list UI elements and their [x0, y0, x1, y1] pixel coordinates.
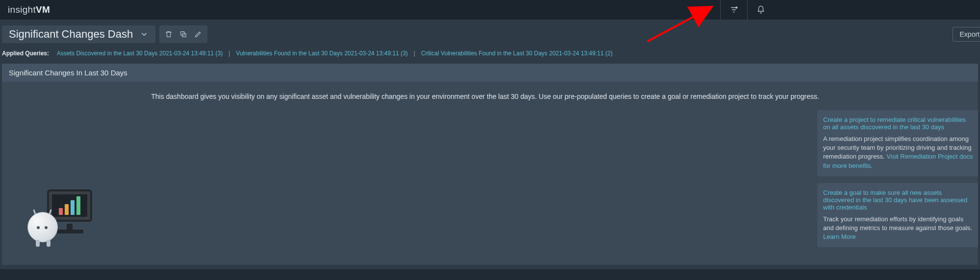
topbar-right: [720, 0, 980, 20]
brand-logo: insightVM: [8, 4, 50, 15]
query-link[interactable]: Vulnerabilities Found in the Last 30 Day…: [236, 50, 407, 57]
card-right-column: Create a project to remediate critical v…: [817, 110, 978, 254]
applied-queries-label: Applied Queries:: [2, 50, 49, 57]
create-project-link[interactable]: Create a project to remediate critical v…: [823, 116, 966, 131]
query-link[interactable]: Critical Vulnerabilities Found in the La…: [421, 50, 612, 57]
create-goal-link[interactable]: Create a goal to make sure all new asset…: [823, 189, 967, 211]
card-body: This dashboard gives you visibility on a…: [2, 82, 978, 265]
dashboard-illustration: [23, 187, 101, 250]
significant-changes-card: Significant Changes In Last 30 Days This…: [2, 64, 978, 265]
chevron-down-icon: [140, 30, 149, 39]
export-button[interactable]: Export: [953, 27, 980, 42]
edit-icon[interactable]: [191, 27, 205, 42]
applied-queries-row: Applied Queries: Assets Discovered in th…: [0, 45, 980, 64]
bell-icon[interactable]: [747, 0, 774, 20]
card-title: Significant Changes In Last 30 Days: [2, 64, 978, 82]
create-goal-box: Create a goal to make sure all new asset…: [817, 183, 978, 248]
dashboard-picker[interactable]: Significant Changes Dash: [2, 25, 155, 43]
info-desc: A remediation project simplifies coordin…: [823, 135, 974, 170]
query-separator: |: [226, 50, 233, 57]
copy-icon[interactable]: [176, 27, 191, 42]
query-separator: |: [411, 50, 418, 57]
dashboard-toolbar: Significant Changes Dash Export: [0, 20, 980, 45]
dashboard-actions: [159, 25, 207, 43]
brand-suffix: VM: [36, 4, 50, 15]
brand-prefix: insight: [8, 4, 36, 15]
topbar: insightVM: [0, 0, 980, 20]
learn-more-link[interactable]: Learn More: [823, 233, 855, 240]
dashboard-title: Significant Changes Dash: [9, 28, 133, 41]
bottom-strip: [0, 269, 980, 280]
info-desc: Track your remediation efforts by identi…: [823, 215, 974, 242]
trash-icon[interactable]: [161, 27, 176, 42]
filter-icon[interactable]: [720, 0, 747, 20]
remediation-project-box: Create a project to remediate critical v…: [817, 110, 978, 176]
summary-text: This dashboard gives you visibility on a…: [87, 93, 883, 100]
card-left-column: [9, 110, 812, 254]
query-link[interactable]: Assets Discovered in the Last 30 Days 20…: [57, 50, 223, 57]
